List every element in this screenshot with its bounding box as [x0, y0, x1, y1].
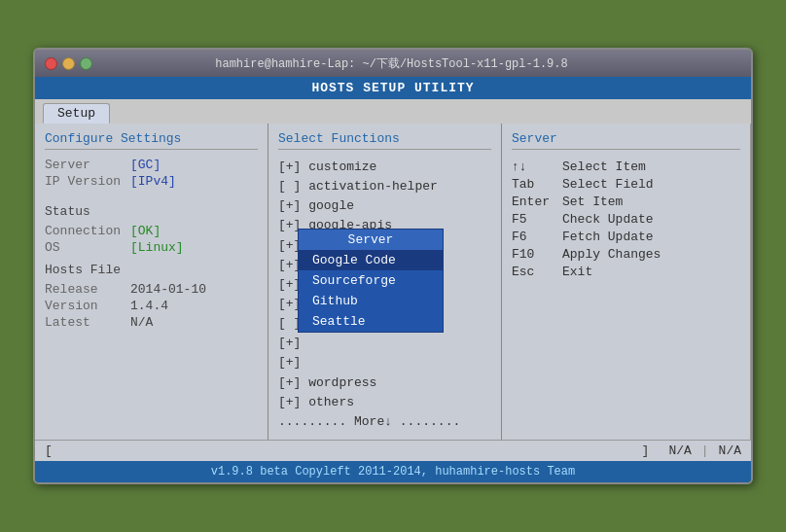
dropdown-menu: Server Google Code Sourceforge Github Se…: [298, 229, 444, 333]
shortcut-desc: Set Item: [562, 195, 623, 209]
right-panel: Server ↑↓ Select Item Tab Select Field E…: [502, 124, 751, 440]
tab-setup[interactable]: Setup: [43, 103, 110, 124]
shortcut-key: Tab: [512, 177, 551, 192]
server-panel-title: Server: [512, 131, 740, 150]
configure-settings-title: Configure Settings: [45, 131, 258, 150]
shortcut-desc: Select Field: [562, 177, 654, 192]
dropdown-item-github[interactable]: Github: [299, 291, 443, 311]
mid-panel: Select Functions [+] customize [ ] activ…: [268, 124, 502, 440]
shortcut-key: F10: [512, 247, 551, 262]
shortcut-desc: Exit: [562, 265, 592, 279]
list-item[interactable]: [+]: [278, 353, 491, 372]
list-item[interactable]: [+] google: [278, 196, 491, 216]
shortcut-key: ↑↓: [512, 160, 551, 174]
shortcut-desc: Select Item: [562, 160, 646, 174]
status-separator: |: [701, 443, 709, 458]
os-value: [Linux]: [130, 240, 184, 255]
version-value: 1.4.4: [130, 299, 168, 313]
server-row: Server [GC]: [45, 158, 258, 172]
release-row: Release 2014-01-10: [45, 282, 258, 297]
footer-bar: v1.9.8 beta Copyleft 2011-2014, huhamhir…: [35, 461, 751, 482]
shortcut-row: F6 Fetch Update: [512, 230, 740, 244]
dropdown-item-google-code[interactable]: Google Code: [299, 250, 443, 270]
tab-bar: Setup: [35, 99, 751, 124]
list-item[interactable]: [+]: [278, 334, 491, 353]
connection-value: [OK]: [130, 224, 161, 238]
content-row: Configure Settings Server [GC] IP Versio…: [35, 124, 751, 440]
status-val1: N/A: [668, 443, 691, 458]
latest-label: Latest: [45, 315, 123, 330]
os-label: OS: [45, 240, 123, 255]
list-item[interactable]: [ ] activation-helper: [278, 177, 491, 196]
status-val2: N/A: [719, 443, 741, 458]
shortcut-table: ↑↓ Select Item Tab Select Field Enter Se…: [512, 160, 740, 279]
shortcut-key: F6: [512, 230, 551, 244]
shortcut-key: Enter: [512, 195, 551, 209]
window-controls: [45, 57, 92, 70]
status-title: Status: [45, 204, 258, 219]
latest-row: Latest N/A: [45, 315, 258, 330]
app-title: HOSTS SETUP UTILITY: [35, 77, 751, 99]
server-label: Server: [45, 158, 123, 172]
shortcut-key: Esc: [512, 265, 551, 279]
os-row: OS [Linux]: [45, 240, 258, 255]
list-item[interactable]: [+] others: [278, 393, 491, 412]
maximize-button[interactable]: [80, 57, 92, 70]
ip-version-label: IP Version: [45, 174, 123, 189]
minimize-button[interactable]: [62, 57, 75, 70]
hosts-file-label: Hosts File: [45, 263, 258, 277]
shortcut-key: F5: [512, 212, 551, 227]
close-button[interactable]: [45, 57, 57, 70]
select-functions-title: Select Functions: [278, 131, 491, 150]
shortcut-row: F10 Apply Changes: [512, 247, 740, 262]
list-item[interactable]: [+] customize: [278, 158, 491, 177]
dropdown-header: Server: [299, 230, 443, 250]
shortcut-desc: Fetch Update: [562, 230, 654, 244]
window-title: hamhire@hamhire-Lap: ~/下载/HostsTool-x11-…: [100, 55, 683, 72]
main-area: Configure Settings Server [GC] IP Versio…: [35, 124, 751, 461]
ip-version-value: [IPv4]: [130, 174, 176, 189]
hosts-file-section: Hosts File: [45, 263, 258, 277]
main-window: hamhire@hamhire-Lap: ~/下载/HostsTool-x11-…: [33, 48, 753, 484]
connection-label: Connection: [45, 224, 123, 238]
connection-row: Connection [OK]: [45, 224, 258, 238]
left-panel: Configure Settings Server [GC] IP Versio…: [35, 124, 268, 440]
status-bracket-close: ]: [642, 443, 650, 458]
dropdown-item-seattle[interactable]: Seattle: [299, 311, 443, 332]
release-label: Release: [45, 282, 123, 297]
shortcut-row: ↑↓ Select Item: [512, 160, 740, 174]
shortcut-row: Tab Select Field: [512, 177, 740, 192]
status-bracket-open: [: [45, 443, 53, 458]
list-item[interactable]: [+] wordpress: [278, 373, 491, 393]
shortcut-row: F5 Check Update: [512, 212, 740, 227]
shortcut-desc: Apply Changes: [562, 247, 661, 262]
ip-version-row: IP Version [IPv4]: [45, 174, 258, 189]
shortcut-desc: Check Update: [562, 212, 654, 227]
shortcut-row: Enter Set Item: [512, 195, 740, 209]
version-label: Version: [45, 299, 123, 313]
more-indicator: ......... More↓ ........: [278, 412, 491, 432]
latest-value: N/A: [130, 315, 153, 330]
release-value: 2014-01-10: [130, 282, 206, 297]
shortcut-row: Esc Exit: [512, 265, 740, 279]
dropdown-item-sourceforge[interactable]: Sourceforge: [299, 270, 443, 291]
title-bar: hamhire@hamhire-Lap: ~/下载/HostsTool-x11-…: [35, 50, 751, 77]
status-bar: [ ] N/A | N/A: [35, 440, 751, 461]
server-value: [GC]: [130, 158, 161, 172]
version-row: Version 1.4.4: [45, 299, 258, 313]
